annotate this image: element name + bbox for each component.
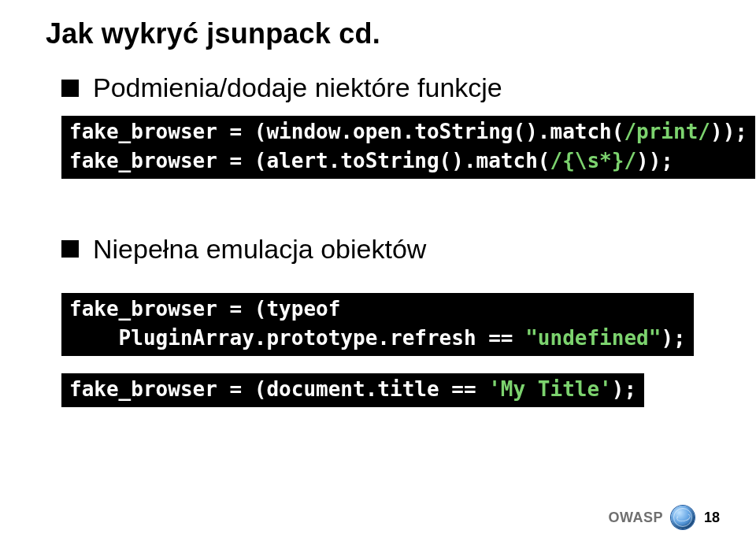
code-regex: /{\s*}/	[550, 149, 636, 172]
bullet-text: Niepełna emulacja obiektów	[93, 234, 426, 265]
code-string: 'My Title'	[488, 377, 612, 401]
code-text: fake_browser = (window.open.toString().m…	[69, 120, 624, 143]
code-block-3: fake_browser = (document.title == 'My Ti…	[61, 373, 644, 407]
footer-page-number: 18	[704, 510, 720, 526]
code-text: fake_browser = (typeof	[69, 297, 340, 321]
code-block-1: fake_browser = (window.open.toString().m…	[61, 116, 755, 179]
bullet-item-2: Niepełna emulacja obiektów	[61, 234, 718, 265]
bullet-square-icon	[61, 80, 79, 97]
code-text: fake_browser = (document.title ==	[69, 377, 488, 401]
owasp-logo-icon	[671, 506, 695, 529]
slide-title: Jak wykryć jsunpack cd.	[46, 17, 718, 50]
code-text: );	[612, 377, 636, 401]
code-text: ));	[710, 120, 747, 143]
code-text: ));	[636, 149, 673, 172]
code-block-2: fake_browser = (typeof PluginArray.proto…	[61, 293, 694, 356]
code-regex: /print/	[624, 120, 710, 143]
code-text: PluginArray.prototype.refresh ==	[69, 326, 525, 350]
bullet-item-1: Podmienia/dodaje niektóre funkcje	[61, 72, 718, 103]
footer-brand: OWASP	[608, 510, 663, 526]
code-text: );	[661, 326, 685, 350]
slide-footer: OWASP 18	[608, 506, 720, 529]
slide: Jak wykryć jsunpack cd. Podmienia/dodaje…	[0, 0, 756, 545]
bullet-square-icon	[61, 240, 79, 258]
code-text: fake_browser = (alert.toString().match(	[69, 149, 550, 172]
bullet-text: Podmienia/dodaje niektóre funkcje	[93, 72, 502, 103]
code-string: "undefined"	[525, 326, 661, 350]
